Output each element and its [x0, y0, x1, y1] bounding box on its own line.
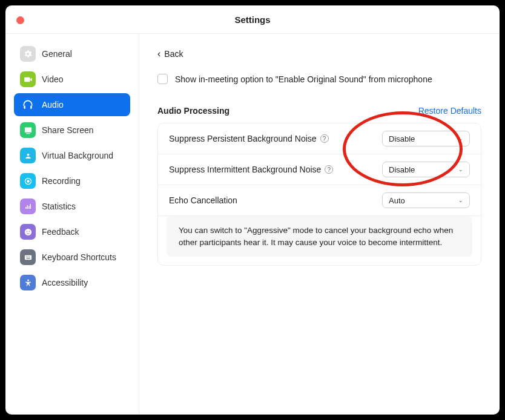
sidebar-item-label: Statistics: [42, 202, 76, 211]
original-sound-row: Show in-meeting option to "Enable Origin…: [157, 74, 481, 84]
sidebar-item-label: Share Screen: [42, 125, 94, 135]
row-label: Suppress Intermittent Background Noise: [169, 165, 321, 174]
chevron-down-icon: ⌄: [458, 197, 463, 203]
window-title: Settings: [234, 15, 270, 25]
svg-point-2: [27, 180, 29, 182]
row-suppress-persistent: Suppress Persistent Background Noise ? D…: [158, 123, 481, 154]
sidebar: General Video Audio Share Screen: [5, 34, 139, 415]
svg-point-0: [27, 153, 29, 156]
sidebar-item-feedback[interactable]: Feedback: [14, 220, 130, 243]
sidebar-item-label: Feedback: [42, 227, 79, 237]
keyboard-icon: [20, 249, 36, 265]
info-icon[interactable]: ?: [325, 165, 333, 174]
select-suppress-persistent[interactable]: Disable ⌄: [382, 131, 470, 146]
section-header: Audio Processing Restore Defaults: [157, 106, 481, 116]
chevron-down-icon: ⌄: [458, 166, 463, 172]
audio-processing-panel: Suppress Persistent Background Noise ? D…: [157, 123, 481, 266]
svg-rect-10: [26, 258, 30, 258]
sidebar-item-recording[interactable]: Recording: [14, 169, 130, 192]
sidebar-item-label: Accessibility: [42, 278, 88, 287]
share-screen-icon: [20, 122, 36, 138]
select-value: Disable: [389, 134, 415, 143]
sidebar-item-label: General: [42, 49, 72, 59]
back-button[interactable]: ‹ Back: [157, 48, 481, 59]
svg-rect-6: [24, 255, 31, 260]
svg-rect-7: [25, 256, 26, 257]
chevron-left-icon: ‹: [157, 48, 160, 59]
row-echo-cancellation: Echo Cancellation Auto ⌄: [158, 185, 481, 216]
sidebar-item-share-screen[interactable]: Share Screen: [14, 119, 130, 142]
statistics-icon: [20, 199, 36, 214]
section-title: Audio Processing: [157, 106, 229, 116]
sidebar-item-audio[interactable]: Audio: [14, 93, 130, 116]
original-sound-label: Show in-meeting option to "Enable Origin…: [175, 74, 432, 84]
sidebar-item-general[interactable]: General: [14, 42, 130, 65]
accessibility-icon: [20, 275, 36, 290]
sidebar-item-label: Audio: [42, 100, 64, 110]
select-echo-cancellation[interactable]: Auto ⌄: [382, 192, 470, 208]
sidebar-item-virtual-background[interactable]: Virtual Background: [14, 144, 130, 167]
feedback-icon: [20, 224, 36, 240]
sidebar-item-label: Virtual Background: [42, 151, 113, 160]
svg-point-11: [27, 279, 29, 281]
row-label: Suppress Persistent Background Noise: [169, 134, 317, 143]
original-sound-checkbox[interactable]: [157, 74, 168, 84]
chevron-down-icon: ⌄: [458, 136, 463, 142]
back-label: Back: [164, 49, 183, 59]
select-value: Disable: [389, 165, 415, 174]
svg-point-5: [28, 231, 30, 232]
titlebar: Settings: [5, 5, 500, 33]
headphones-icon: [20, 97, 36, 113]
camera-icon: [20, 71, 36, 87]
select-suppress-intermittent[interactable]: Disable ⌄: [382, 162, 470, 177]
svg-point-3: [24, 228, 31, 235]
main-panel: ‹ Back Show in-meeting option to "Enable…: [139, 34, 500, 415]
svg-rect-9: [28, 256, 29, 257]
info-icon[interactable]: ?: [320, 134, 329, 143]
row-suppress-intermittent: Suppress Intermittent Background Noise ?…: [158, 154, 481, 185]
settings-window: Settings General Video Audio: [5, 5, 500, 415]
sidebar-item-statistics[interactable]: Statistics: [14, 195, 130, 218]
row-label: Echo Cancellation: [169, 195, 237, 205]
sidebar-item-video[interactable]: Video: [14, 68, 130, 91]
record-icon: [20, 173, 36, 189]
body: General Video Audio Share Screen: [5, 33, 500, 415]
sidebar-item-accessibility[interactable]: Accessibility: [14, 271, 130, 294]
svg-rect-8: [27, 256, 28, 257]
svg-point-4: [26, 231, 27, 232]
select-value: Auto: [389, 196, 405, 205]
close-icon[interactable]: [16, 16, 24, 24]
sidebar-item-label: Recording: [42, 176, 81, 186]
echo-note: You can switch to "Aggressive" mode to c…: [167, 216, 472, 257]
sidebar-item-keyboard-shortcuts[interactable]: Keyboard Shortcuts: [14, 246, 130, 269]
gear-icon: [20, 46, 36, 62]
virtual-background-icon: [20, 148, 36, 163]
sidebar-item-label: Video: [42, 74, 64, 84]
sidebar-item-label: Keyboard Shortcuts: [42, 252, 116, 262]
restore-defaults-button[interactable]: Restore Defaults: [418, 106, 481, 116]
